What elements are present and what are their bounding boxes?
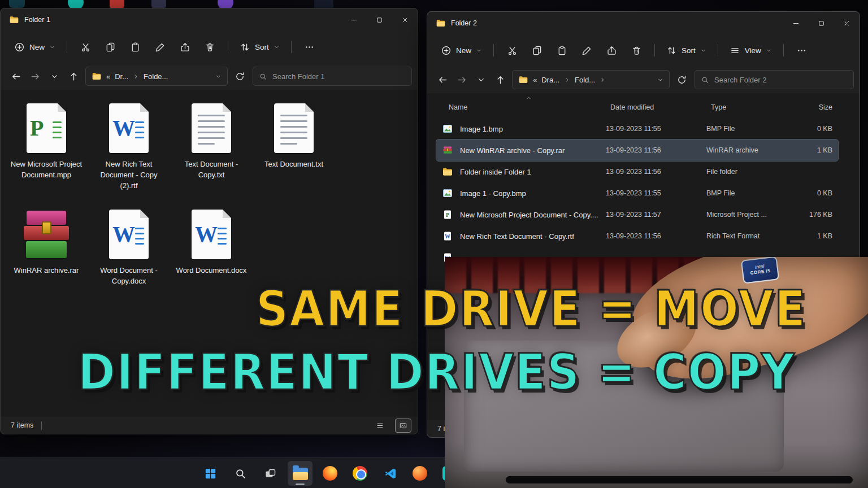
delete-button[interactable] xyxy=(624,40,649,60)
file-row[interactable]: Image 1.bmp 13-09-2023 11:55 BMP File 0 … xyxy=(436,118,838,140)
rename-icon xyxy=(581,45,592,56)
folder1-titlebar[interactable]: Folder 1 xyxy=(1,8,418,31)
chevron-down-icon xyxy=(274,44,280,50)
column-headers: Name Date modified Type Size xyxy=(436,98,838,117)
desktop-shortcut-icon[interactable] xyxy=(9,0,25,8)
sort-button[interactable]: Sort xyxy=(661,40,712,60)
new-button[interactable]: New xyxy=(8,37,61,57)
cut-button[interactable] xyxy=(500,40,524,60)
up-button[interactable] xyxy=(491,70,510,89)
chevron-down-icon xyxy=(700,47,706,54)
column-header-name[interactable]: Name xyxy=(436,103,606,111)
large-icons-view-toggle[interactable] xyxy=(396,419,411,432)
share-button[interactable] xyxy=(172,37,197,57)
sort-button[interactable]: Sort xyxy=(234,37,285,57)
taskbar-search-button[interactable] xyxy=(228,461,253,486)
folder2-command-bar: New Sort View xyxy=(427,34,860,66)
column-header-type[interactable]: Type xyxy=(706,103,791,111)
rename-button[interactable] xyxy=(574,40,599,60)
see-more-button[interactable] xyxy=(789,40,814,60)
close-button[interactable] xyxy=(392,8,418,31)
new-button-label: New xyxy=(456,46,471,55)
search-box[interactable] xyxy=(695,70,854,89)
details-view-toggle[interactable] xyxy=(372,419,388,432)
back-button[interactable] xyxy=(433,70,452,89)
chrome-button[interactable] xyxy=(348,461,372,486)
toolbar-separator xyxy=(718,44,718,56)
minimize-button[interactable] xyxy=(341,8,367,31)
breadcrumb-item[interactable]: Dr... xyxy=(115,72,128,81)
folder2-titlebar[interactable]: Folder 2 xyxy=(427,12,860,34)
back-button[interactable] xyxy=(6,67,25,86)
forward-button[interactable] xyxy=(25,67,45,86)
breadcrumb[interactable]: « Dr... Folde... xyxy=(85,67,228,86)
folder1-status-bar: 7 items xyxy=(1,417,418,434)
share-button[interactable] xyxy=(599,40,624,60)
close-icon xyxy=(843,19,851,28)
up-icon xyxy=(495,75,506,85)
file-explorer-button[interactable] xyxy=(288,461,313,486)
recent-locations-button[interactable] xyxy=(45,67,64,86)
cut-button[interactable] xyxy=(73,37,98,57)
chevron-down-icon[interactable] xyxy=(215,73,222,80)
copy-button[interactable] xyxy=(98,37,123,57)
refresh-button[interactable] xyxy=(672,70,691,89)
delete-button[interactable] xyxy=(197,37,222,57)
recent-locations-button[interactable] xyxy=(471,70,491,89)
file-row[interactable]: Folder inside Folder 1 13-09-2023 11:56 … xyxy=(436,161,838,182)
refresh-button[interactable] xyxy=(230,67,249,86)
maximize-icon xyxy=(817,19,826,28)
search-input[interactable] xyxy=(714,76,848,84)
search-input[interactable] xyxy=(272,72,406,81)
see-more-button[interactable] xyxy=(297,37,322,57)
forward-button[interactable] xyxy=(452,70,471,89)
file-explorer-icon xyxy=(293,468,308,480)
paste-icon xyxy=(130,42,141,53)
file-name: New Microsoft Project Document - Copy...… xyxy=(460,211,606,219)
breadcrumb[interactable]: « Dra... Fold... xyxy=(512,70,670,89)
file-type: WinRAR archive xyxy=(706,146,791,154)
minimize-button[interactable] xyxy=(783,12,809,34)
column-header-size[interactable]: Size xyxy=(791,103,838,111)
breadcrumb-item[interactable]: Folde... xyxy=(144,72,168,81)
new-button[interactable]: New xyxy=(435,40,488,60)
items-count: 7 items xyxy=(11,421,33,429)
paste-button[interactable] xyxy=(123,37,147,57)
breadcrumb-item[interactable]: Dra... xyxy=(541,76,559,84)
copy-button[interactable] xyxy=(524,40,549,60)
chevron-down-icon[interactable] xyxy=(657,77,663,83)
up-button[interactable] xyxy=(64,67,83,86)
file-tile[interactable]: Text Document - Copy.txt xyxy=(170,99,253,205)
file-tile[interactable]: W Word Document.docx xyxy=(170,205,253,311)
file-row[interactable]: New Rich Text Document - Copy.rtf 13-09-… xyxy=(436,225,838,247)
breadcrumb-overflow[interactable]: « xyxy=(533,76,537,84)
file-row[interactable]: New Microsoft Project Document - Copy...… xyxy=(436,204,838,225)
intel-sticker-model: CORE i5 xyxy=(750,268,771,277)
maximize-button[interactable] xyxy=(809,12,834,34)
breadcrumb-overflow[interactable]: « xyxy=(106,72,110,81)
maximize-button[interactable] xyxy=(367,8,392,31)
start-button[interactable] xyxy=(198,461,223,486)
file-tile[interactable]: Text Document.txt xyxy=(253,99,335,205)
file-date-modified: 13-09-2023 11:56 xyxy=(606,232,706,240)
file-tile[interactable]: WinRAR archive.rar xyxy=(5,205,88,311)
file-row-selected[interactable]: New WinRAR archive - Copy.rar 13-09-2023… xyxy=(436,140,838,161)
rename-button[interactable] xyxy=(147,37,172,57)
task-view-button[interactable] xyxy=(258,461,283,486)
close-button[interactable] xyxy=(834,12,860,34)
ellipsis-icon xyxy=(796,45,807,56)
file-tile[interactable]: W Word Document - Copy.docx xyxy=(88,205,170,311)
view-button[interactable]: View xyxy=(724,40,778,60)
firefox-button[interactable] xyxy=(318,461,342,486)
vscode-button[interactable] xyxy=(377,461,402,486)
file-tile[interactable]: W New Rich Text Document - Copy (2).rtf xyxy=(88,99,170,205)
paste-button[interactable] xyxy=(549,40,574,60)
browser-button[interactable] xyxy=(407,461,432,486)
search-box[interactable] xyxy=(253,67,412,86)
word-file-icon: W xyxy=(109,102,149,154)
file-tile[interactable]: P New Microsoft Project Document.mpp xyxy=(5,99,88,205)
column-header-date-modified[interactable]: Date modified xyxy=(606,103,706,111)
file-row[interactable]: Image 1 - Copy.bmp 13-09-2023 11:55 BMP … xyxy=(436,182,838,204)
sort-button-label: Sort xyxy=(255,43,269,51)
breadcrumb-item[interactable]: Fold... xyxy=(575,76,595,84)
